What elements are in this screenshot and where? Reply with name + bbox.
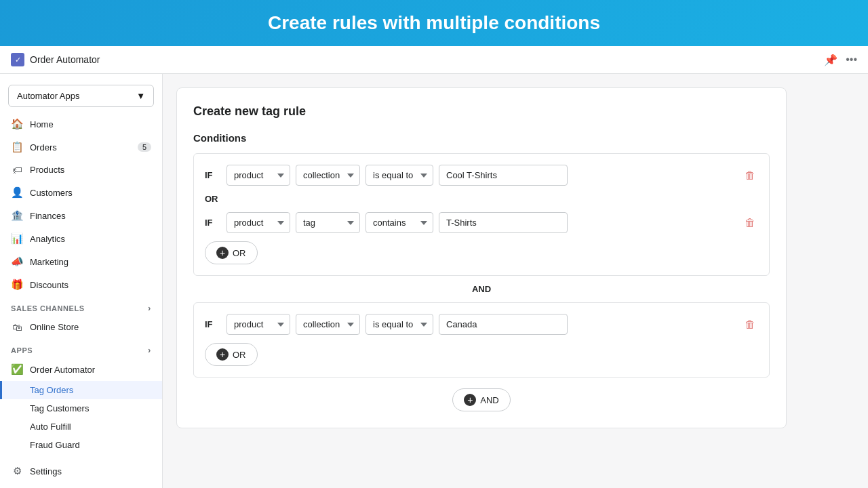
plus-icon: + bbox=[216, 247, 229, 259]
sidebar-item-products[interactable]: 🏷 Products bbox=[0, 159, 162, 181]
dropdown-label: Automator Apps bbox=[17, 91, 80, 101]
value-input-3[interactable] bbox=[439, 314, 568, 335]
field3-select-1[interactable]: is equal to contains starts with bbox=[366, 165, 433, 186]
more-icon[interactable]: ••• bbox=[846, 54, 857, 66]
home-icon: 🏠 bbox=[11, 118, 23, 130]
value-input-2[interactable] bbox=[439, 212, 568, 233]
sidebar-item-discounts[interactable]: 🎁 Discounts bbox=[0, 273, 162, 296]
condition-row-2: IF product order customer tag collection… bbox=[205, 212, 758, 233]
sales-channels-section: Sales channels › bbox=[0, 296, 162, 316]
nav-label: Order Automator bbox=[30, 365, 95, 375]
nav-label: Products bbox=[30, 165, 64, 175]
sidebar-item-home[interactable]: 🏠 Home bbox=[0, 113, 162, 136]
plus-icon: + bbox=[216, 348, 229, 361]
top-bar-left: ✓ Order Automator bbox=[11, 53, 100, 66]
condition-row-1: IF product order customer collection tag… bbox=[205, 165, 758, 186]
analytics-icon: 📊 bbox=[11, 232, 23, 245]
chevron-down-icon: ▼ bbox=[136, 91, 145, 101]
nav-label: Orders bbox=[30, 142, 57, 152]
field2-select-3[interactable]: collection tag title bbox=[296, 314, 360, 335]
apps-section: Apps › bbox=[0, 338, 162, 358]
condition-row-3: IF product order customer collection tag… bbox=[205, 314, 758, 335]
if-label-1: IF bbox=[205, 170, 221, 180]
and-button-container: + AND bbox=[193, 388, 770, 411]
if-label-2: IF bbox=[205, 218, 221, 228]
or-label-1: OR bbox=[205, 194, 758, 204]
sidebar-item-finances[interactable]: 🏦 Finances bbox=[0, 204, 162, 227]
discounts-icon: 🎁 bbox=[11, 279, 23, 291]
finances-icon: 🏦 bbox=[11, 209, 23, 222]
nav-label: Home bbox=[30, 119, 54, 129]
sidebar-subitem-auto-fulfill[interactable]: Auto Fulfill bbox=[0, 418, 162, 436]
sidebar-item-analytics[interactable]: 📊 Analytics bbox=[0, 227, 162, 250]
sidebar-subitem-fraud-guard[interactable]: Fraud Guard bbox=[0, 436, 162, 454]
app-icon: ✓ bbox=[11, 53, 24, 66]
orders-badge: 5 bbox=[138, 142, 151, 152]
top-bar-right: 📌 ••• bbox=[824, 54, 857, 66]
app-name: Order Automator bbox=[30, 54, 100, 65]
nav-label: Finances bbox=[30, 211, 66, 221]
orders-icon: 📋 bbox=[11, 141, 23, 153]
nav-label: Discounts bbox=[30, 280, 68, 290]
nav-label: Analytics bbox=[30, 234, 65, 244]
nav-label: Customers bbox=[30, 188, 73, 198]
field1-select-2[interactable]: product order customer bbox=[226, 212, 290, 233]
main-layout: Automator Apps ▼ 🏠 Home 📋 Orders 5 🏷 Pro… bbox=[0, 74, 868, 488]
field1-select-3[interactable]: product order customer bbox=[226, 314, 290, 335]
and-button[interactable]: + AND bbox=[452, 388, 510, 411]
plus-icon: + bbox=[464, 394, 476, 406]
online-store-icon: 🛍 bbox=[11, 321, 23, 333]
conditions-label: Conditions bbox=[193, 132, 770, 144]
delete-row-3-button[interactable]: 🗑 bbox=[742, 316, 758, 333]
header-banner: Create rules with multiple conditions bbox=[0, 0, 868, 46]
or-btn-label: OR bbox=[233, 350, 246, 360]
field2-select-2[interactable]: tag collection title bbox=[296, 212, 360, 233]
marketing-icon: 📣 bbox=[11, 256, 23, 268]
customers-icon: 👤 bbox=[11, 186, 23, 199]
nav-label: Marketing bbox=[30, 257, 68, 267]
or-button-1[interactable]: + OR bbox=[205, 241, 258, 264]
settings-icon: ⚙ bbox=[11, 465, 23, 477]
or-button-2[interactable]: + OR bbox=[205, 343, 258, 366]
sidebar-subitem-tag-orders[interactable]: Tag Orders bbox=[0, 381, 162, 399]
arrow-icon: › bbox=[148, 303, 151, 313]
sidebar: Automator Apps ▼ 🏠 Home 📋 Orders 5 🏷 Pro… bbox=[0, 74, 163, 488]
if-label-3: IF bbox=[205, 319, 221, 329]
automator-apps-dropdown[interactable]: Automator Apps ▼ bbox=[8, 85, 154, 107]
top-bar: ✓ Order Automator 📌 ••• bbox=[0, 46, 868, 74]
field1-select-1[interactable]: product order customer bbox=[226, 165, 290, 186]
nav-label: Settings bbox=[30, 466, 62, 476]
condition-group-1: IF product order customer collection tag… bbox=[193, 153, 770, 276]
order-automator-icon: ✅ bbox=[11, 363, 23, 375]
banner-title: Create rules with multiple conditions bbox=[268, 12, 600, 33]
value-input-1[interactable] bbox=[439, 165, 568, 186]
delete-row-1-button[interactable]: 🗑 bbox=[742, 167, 758, 184]
card-title: Create new tag rule bbox=[193, 104, 770, 119]
field3-select-2[interactable]: contains is equal to starts with bbox=[366, 212, 433, 233]
field2-select-1[interactable]: collection tag title bbox=[296, 165, 360, 186]
nav-label: Online Store bbox=[30, 322, 79, 332]
sidebar-item-online-store[interactable]: 🛍 Online Store bbox=[0, 316, 162, 338]
pin-icon[interactable]: 📌 bbox=[824, 54, 837, 66]
field3-select-3[interactable]: is equal to contains starts with bbox=[366, 314, 433, 335]
main-card: Create new tag rule Conditions IF produc… bbox=[176, 87, 787, 428]
and-btn-label: AND bbox=[480, 395, 498, 405]
products-icon: 🏷 bbox=[11, 164, 23, 176]
delete-row-2-button[interactable]: 🗑 bbox=[742, 214, 758, 232]
sidebar-item-orders[interactable]: 📋 Orders 5 bbox=[0, 136, 162, 159]
sidebar-item-settings[interactable]: ⚙ Settings bbox=[0, 460, 162, 483]
and-separator: AND bbox=[193, 284, 770, 294]
content-area: Create new tag rule Conditions IF produc… bbox=[163, 74, 868, 488]
arrow-icon: › bbox=[148, 345, 151, 355]
sidebar-item-customers[interactable]: 👤 Customers bbox=[0, 181, 162, 204]
or-btn-label: OR bbox=[233, 248, 246, 258]
condition-group-2: IF product order customer collection tag… bbox=[193, 302, 770, 378]
sidebar-item-marketing[interactable]: 📣 Marketing bbox=[0, 250, 162, 273]
sidebar-subitem-tag-customers[interactable]: Tag Customers bbox=[0, 399, 162, 418]
sidebar-item-order-automator[interactable]: ✅ Order Automator bbox=[0, 358, 162, 381]
